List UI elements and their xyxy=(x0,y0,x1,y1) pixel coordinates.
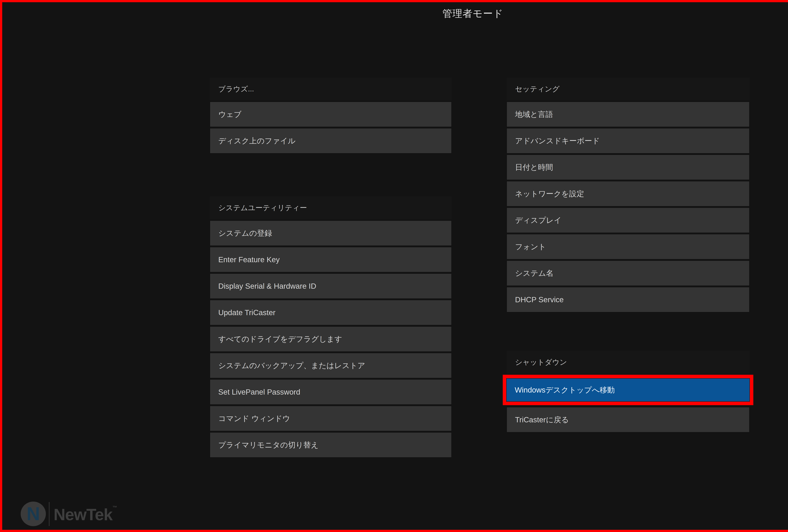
shutdown-section: シャットダウン Windowsデスクトップへ移動 TriCasterに戻る xyxy=(507,351,750,432)
item-go-to-windows-desktop-label: Windowsデスクトップへ移動 xyxy=(515,385,615,395)
item-backup-restore-system[interactable]: システムのバックアップ、またはレストア xyxy=(210,353,452,378)
item-switch-primary-monitor[interactable]: プライマリモニタの切り替え xyxy=(210,432,452,458)
item-web[interactable]: ウェブ xyxy=(210,102,452,127)
item-configure-network[interactable]: ネットワークを設定 xyxy=(507,181,750,206)
system-utilities-header: システムユーティリティー xyxy=(210,196,452,219)
newtek-logo: N NewTek™ xyxy=(20,501,117,527)
newtek-logo-wordmark: NewTek xyxy=(54,505,112,524)
item-fonts[interactable]: フォント xyxy=(507,234,750,259)
item-go-to-windows-desktop[interactable]: Windowsデスクトップへ移動 xyxy=(507,378,750,401)
shutdown-section-header: シャットダウン xyxy=(507,351,750,374)
item-update-tricaster[interactable]: Update TriCaster xyxy=(210,300,452,325)
browse-section-header: ブラウズ... xyxy=(210,78,452,101)
settings-section: セッティング 地域と言語 アドバンスドキーボード 日付と時間 ネットワークを設定… xyxy=(507,78,750,312)
settings-section-header: セッティング xyxy=(507,78,750,101)
browse-section: ブラウズ... ウェブ ディスク上のファイル xyxy=(210,78,452,154)
item-register-system[interactable]: システムの登録 xyxy=(210,220,452,246)
admin-mode-screen: { "page": { "title": "管理者モード" }, "colors… xyxy=(0,0,788,532)
left-column: ブラウズ... ウェブ ディスク上のファイル システムユーティリティー システム… xyxy=(210,78,452,459)
newtek-logo-icon: N xyxy=(20,501,47,527)
item-region-language[interactable]: 地域と言語 xyxy=(507,102,750,127)
system-utilities-section: システムユーティリティー システムの登録 Enter Feature Key D… xyxy=(210,196,452,458)
item-display[interactable]: ディスプレイ xyxy=(507,208,750,233)
newtek-logo-divider xyxy=(49,502,50,526)
item-date-time[interactable]: 日付と時間 xyxy=(507,155,750,180)
item-display-serial-hardware-id[interactable]: Display Serial & Hardware ID xyxy=(210,273,452,299)
item-return-to-tricaster[interactable]: TriCasterに戻る xyxy=(507,407,750,432)
svg-text:N: N xyxy=(26,503,40,524)
item-dhcp-service[interactable]: DHCP Service xyxy=(507,287,750,312)
item-set-livepanel-password[interactable]: Set LivePanel Password xyxy=(210,379,452,405)
item-advanced-keyboard[interactable]: アドバンスドキーボード xyxy=(507,128,750,154)
newtek-logo-text: NewTek™ xyxy=(54,505,117,523)
item-system-name[interactable]: システム名 xyxy=(507,260,750,286)
item-enter-feature-key[interactable]: Enter Feature Key xyxy=(210,247,452,272)
right-column: セッティング 地域と言語 アドバンスドキーボード 日付と時間 ネットワークを設定… xyxy=(507,78,750,434)
item-files-on-disk[interactable]: ディスク上のファイル xyxy=(210,128,452,154)
page-title: 管理者モード xyxy=(2,7,788,20)
item-command-window[interactable]: コマンド ウィンドウ xyxy=(210,406,452,431)
item-defrag-all-drives[interactable]: すべてのドライブをデフラグします xyxy=(210,326,452,352)
newtek-logo-trademark: ™ xyxy=(112,505,117,510)
